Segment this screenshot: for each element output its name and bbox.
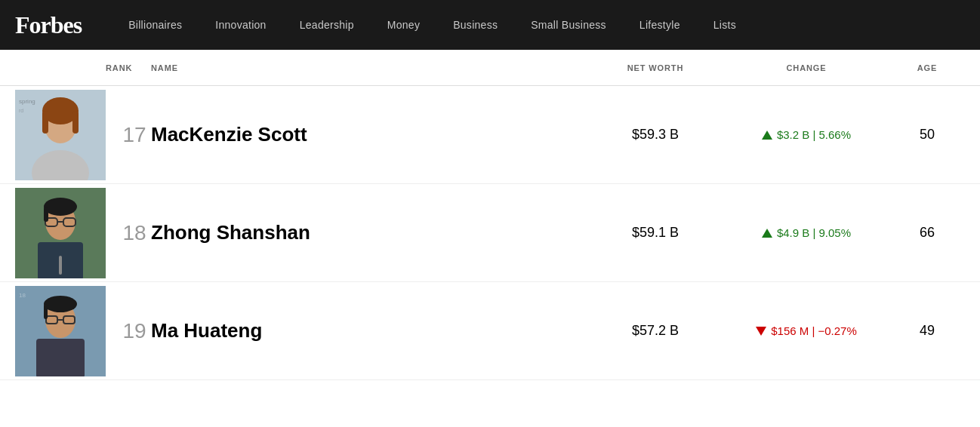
svg-point-14 — [44, 198, 77, 216]
nav-item-lifestyle[interactable]: Lifestyle — [623, 0, 697, 50]
table-row: 18 Zhong Shanshan $59.1 B $4.9 B | 9.05%… — [0, 184, 980, 282]
svg-rect-25 — [44, 304, 48, 319]
svg-rect-4 — [42, 111, 48, 134]
table-row: 18 19 Ma Huateng $57.2 B $156 M | −0.27%… — [0, 282, 980, 380]
header-name: NAME — [151, 63, 587, 72]
net-worth-value: $59.3 B — [587, 127, 723, 143]
svg-text:18: 18 — [19, 292, 26, 299]
change-value: $156 M | −0.27% — [723, 324, 889, 337]
svg-rect-16 — [59, 256, 62, 275]
rank-number: 18 — [121, 221, 148, 245]
nav-item-leadership[interactable]: Leadership — [283, 0, 371, 50]
rank-section: 18 — [15, 188, 151, 278]
header-change: CHANGE — [723, 63, 889, 72]
up-arrow-icon — [762, 229, 772, 238]
rank-number: 19 — [121, 319, 148, 343]
svg-point-24 — [44, 296, 77, 312]
down-arrow-icon — [756, 327, 766, 336]
svg-text:spring: spring — [19, 98, 35, 105]
svg-rect-5 — [72, 111, 79, 134]
nav-item-innovation[interactable]: Innovation — [199, 0, 282, 50]
avatar[interactable]: 18 — [15, 286, 106, 376]
change-value: $4.9 B | 9.05% — [723, 226, 889, 239]
nav-item-small-business[interactable]: Small Business — [514, 0, 623, 50]
net-worth-value: $57.2 B — [587, 323, 723, 339]
main-nav: Forbes Billionaires Innovation Leadershi… — [0, 0, 980, 50]
table-row: spring rd 17 MacKenzie Scott $59.3 B $3.… — [0, 86, 980, 184]
up-arrow-icon — [762, 131, 772, 140]
avatar[interactable]: spring rd — [15, 90, 106, 180]
svg-text:rd: rd — [19, 108, 23, 113]
rank-section: spring rd 17 — [15, 90, 151, 180]
nav-item-lists[interactable]: Lists — [697, 0, 753, 50]
age-value: 66 — [889, 225, 965, 241]
forbes-logo[interactable]: Forbes — [15, 11, 82, 39]
change-value: $3.2 B | 5.66% — [723, 128, 889, 141]
nav-item-money[interactable]: Money — [371, 0, 436, 50]
nav-menu: Billionaires Innovation Leadership Money… — [112, 0, 753, 50]
svg-rect-20 — [36, 339, 85, 376]
table-header: RANK NAME NET WORTH CHANGE AGE — [0, 50, 980, 86]
age-value: 50 — [889, 127, 965, 143]
billionaire-name[interactable]: Zhong Shanshan — [151, 221, 587, 244]
header-rank: RANK — [15, 63, 151, 72]
age-value: 49 — [889, 323, 965, 339]
rank-number: 17 — [121, 123, 148, 147]
billionaire-name[interactable]: Ma Huateng — [151, 319, 587, 343]
avatar[interactable] — [15, 188, 106, 278]
billionaire-name[interactable]: MacKenzie Scott — [151, 123, 587, 146]
nav-item-billionaires[interactable]: Billionaires — [112, 0, 199, 50]
header-networth: NET WORTH — [587, 63, 723, 72]
rank-section: 18 19 — [15, 286, 151, 376]
svg-rect-15 — [44, 207, 48, 222]
nav-item-business[interactable]: Business — [436, 0, 514, 50]
header-age: AGE — [889, 63, 965, 72]
net-worth-value: $59.1 B — [587, 225, 723, 241]
